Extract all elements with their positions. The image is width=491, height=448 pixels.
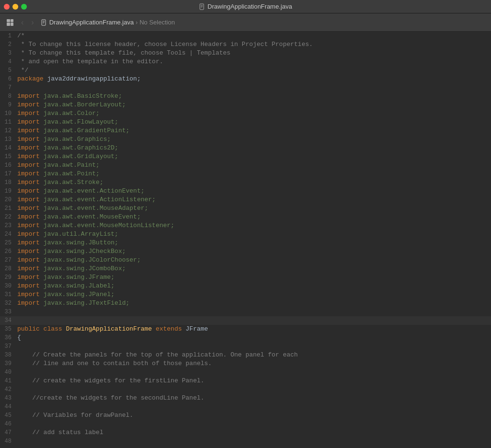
breadcrumb-no-selection: No Selection (140, 19, 175, 26)
line-number: 6 (0, 75, 15, 83)
forward-button[interactable]: › (28, 16, 36, 29)
code-line: 4 * and open the template in the editor. (0, 57, 491, 66)
line-content: */ (15, 66, 491, 75)
line-number: 11 (0, 118, 15, 126)
breadcrumb-file: DrawingApplicationFrame.java (41, 19, 134, 26)
line-content: * To change this template file, choose T… (15, 49, 491, 57)
code-line: 31import javax.swing.JPanel; (0, 290, 491, 299)
line-number: 3 (0, 49, 15, 57)
back-icon: ‹ (21, 18, 23, 27)
line-number: 41 (0, 377, 15, 385)
line-number: 2 (0, 40, 15, 49)
line-content (15, 368, 491, 377)
line-number: 34 (0, 316, 15, 325)
maximize-button[interactable] (21, 4, 27, 10)
code-line: 23import java.awt.event.MouseMotionListe… (0, 221, 491, 230)
code-line: 41 // create the widgets for the firstLi… (0, 377, 491, 385)
code-line: 7 (0, 83, 491, 92)
line-content: import java.awt.event.MouseMotionListene… (15, 221, 491, 230)
line-number: 7 (0, 83, 15, 92)
code-line: 20import java.awt.event.ActionListener; (0, 195, 491, 204)
code-editor[interactable]: 1/*2 * To change this license header, ch… (0, 32, 491, 448)
line-number: 1 (0, 32, 15, 40)
line-content (15, 342, 491, 351)
breadcrumb: DrawingApplicationFrame.java › No Select… (41, 19, 175, 26)
line-number: 37 (0, 342, 15, 351)
line-content (15, 420, 491, 428)
code-line: 34 (0, 316, 491, 325)
code-line: 24import java.util.ArrayList; (0, 230, 491, 239)
line-number: 42 (0, 385, 15, 394)
line-content: import java.awt.Color; (15, 109, 491, 118)
line-content: import java.awt.BasicStroke; (15, 92, 491, 101)
line-content: * and open the template in the editor. (15, 57, 491, 66)
line-number: 21 (0, 204, 15, 213)
line-number: 24 (0, 230, 15, 239)
line-number: 20 (0, 195, 15, 204)
line-content: import java.awt.Stroke; (15, 178, 491, 187)
line-number: 13 (0, 135, 15, 144)
code-line: 2 * To change this license header, choos… (0, 40, 491, 49)
code-line: 8import java.awt.BasicStroke; (0, 92, 491, 101)
line-number: 31 (0, 290, 15, 299)
line-content: import java.awt.GridLayout; (15, 152, 491, 161)
window-title-text: DrawingApplicationFrame.java (208, 3, 292, 10)
code-line: 26import javax.swing.JCheckBox; (0, 247, 491, 256)
line-number: 35 (0, 325, 15, 333)
line-number: 5 (0, 66, 15, 75)
grid-icon (7, 19, 13, 26)
line-number: 23 (0, 221, 15, 230)
close-button[interactable] (4, 4, 10, 10)
code-line: 44 (0, 402, 491, 411)
line-number: 47 (0, 428, 15, 437)
code-line: 3 * To change this template file, choose… (0, 49, 491, 57)
line-number: 10 (0, 109, 15, 118)
grid-view-button[interactable] (4, 17, 16, 28)
line-content (15, 402, 491, 411)
line-content: import java.awt.GradientPaint; (15, 126, 491, 135)
line-number: 4 (0, 57, 15, 66)
line-content: import java.awt.Graphics2D; (15, 144, 491, 152)
code-line: 39 // line and one to contain both of th… (0, 359, 491, 368)
line-number: 39 (0, 359, 15, 368)
line-content (15, 385, 491, 394)
line-content (15, 437, 491, 446)
line-content: { (15, 333, 491, 342)
svg-rect-4 (42, 20, 46, 25)
code-line: 32import javax.swing.JTextField; (0, 299, 491, 308)
code-line: 13import java.awt.Graphics; (0, 135, 491, 144)
line-number: 15 (0, 152, 15, 161)
line-number: 8 (0, 92, 15, 101)
code-line: 43 //create the widgets for the secondLi… (0, 394, 491, 402)
traffic-lights (4, 4, 27, 10)
line-content: * To change this license header, choose … (15, 40, 491, 49)
line-content: // add status label (15, 428, 491, 437)
line-number: 26 (0, 247, 15, 256)
line-number: 18 (0, 178, 15, 187)
code-line: 40 (0, 368, 491, 377)
back-button[interactable]: ‹ (18, 16, 26, 29)
minimize-button[interactable] (12, 4, 18, 10)
code-line: 15import java.awt.GridLayout; (0, 152, 491, 161)
code-line: 33 (0, 308, 491, 316)
breadcrumb-file-name: DrawingApplicationFrame.java (49, 19, 134, 26)
code-line: 45 // Variables for drawPanel. (0, 411, 491, 420)
line-number: 30 (0, 282, 15, 290)
code-line: 30import javax.swing.JLabel; (0, 282, 491, 290)
code-line: 38 // Create the panels for the top of t… (0, 351, 491, 359)
code-line: 48 (0, 437, 491, 446)
line-number: 43 (0, 394, 15, 402)
line-number: 19 (0, 187, 15, 195)
line-number: 17 (0, 170, 15, 178)
line-number: 14 (0, 144, 15, 152)
line-number: 36 (0, 333, 15, 342)
code-line: 11import java.awt.FlowLayout; (0, 118, 491, 126)
code-line: 25import javax.swing.JButton; (0, 239, 491, 247)
line-content: import java.awt.Paint; (15, 161, 491, 170)
line-content: //create the widgets for the secondLine … (15, 394, 491, 402)
line-content: import javax.swing.JColorChooser; (15, 256, 491, 264)
code-line: 6package java2ddrawingapplication; (0, 75, 491, 83)
code-line: 16import java.awt.Paint; (0, 161, 491, 170)
code-line: 1/* (0, 32, 491, 40)
line-number: 29 (0, 273, 15, 282)
